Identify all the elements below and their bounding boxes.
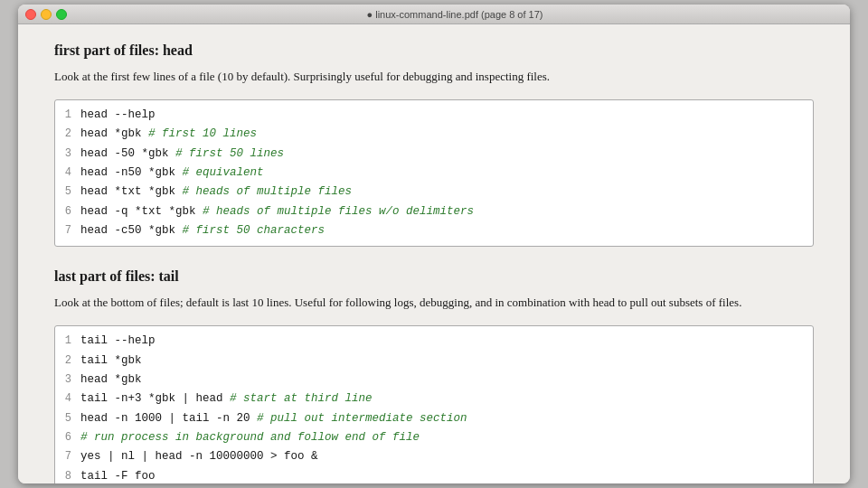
code-line: 5head *txt *gbk # heads of multiple file… [55,183,813,202]
code-content: yes | nl | head -n 10000000 > foo & [80,448,318,465]
code-line: 3head -50 *gbk # first 50 lines [55,145,813,164]
line-number: 4 [55,164,80,182]
code-line: 8tail -F foo [55,467,813,483]
code-text: head *gbk [80,127,142,140]
code-text: head -q *txt *gbk [80,205,203,218]
line-number: 4 [55,390,80,408]
line-number: 5 [55,183,80,201]
code-block-tail-section: 1tail --help2tail *gbk3head *gbk4tail -n… [54,325,814,483]
content-area: first part of files: headLook at the fir… [18,24,850,483]
code-line: 7head -c50 *gbk # first 50 characters [55,221,813,240]
line-number: 2 [55,352,80,370]
code-line: 4tail -n+3 *gbk | head # start at third … [55,389,813,408]
code-content: head -c50 *gbk # first 50 characters [80,222,325,239]
code-line: 1tail --help [55,332,813,351]
line-number: 3 [55,371,80,389]
code-content: tail --help [80,333,156,350]
line-number: 1 [55,107,80,124]
code-content: head *gbk # first 10 lines [80,126,257,143]
code-content: tail -F foo [80,468,156,483]
code-comment: # first 50 lines [175,147,284,160]
code-content: head -50 *gbk # first 50 lines [80,145,284,163]
minimize-button[interactable] [41,9,52,20]
code-line: 1head --help [55,106,813,125]
code-text: head *txt *gbk [80,185,183,198]
code-content: head --help [80,107,156,124]
code-line: 5head -n 1000 | tail -n 20 # pull out in… [55,409,813,428]
code-block-head-section: 1head --help2head *gbk # first 10 lines3… [54,99,814,248]
window: ● linux-command-line.pdf (page 8 of 17) … [18,5,850,483]
code-content: head -n 1000 | tail -n 20 # pull out int… [80,410,467,427]
section-desc-head-section: Look at the first few lines of a file (1… [54,68,814,87]
line-number: 6 [55,203,80,221]
code-content: head *gbk [80,371,142,389]
code-comment: # start at third line [230,392,373,405]
code-line: 6head -q *txt *gbk # heads of multiple f… [55,202,813,221]
line-number: 8 [55,468,80,483]
code-line: 2head *gbk # first 10 lines [55,125,813,144]
line-number: 7 [55,448,80,465]
code-text: head -n 1000 | tail -n 20 [80,412,257,425]
code-line: 7yes | nl | head -n 10000000 > foo & [55,447,813,466]
code-comment: # equivalent [183,166,264,179]
line-number: 7 [55,222,80,239]
line-number: 3 [55,145,80,163]
line-number: 2 [55,126,80,143]
window-title: ● linux-command-line.pdf (page 8 of 17) [67,9,843,20]
code-line: 4head -n50 *gbk # equivalent [55,164,813,183]
code-content: head -q *txt *gbk # heads of multiple fi… [80,203,474,221]
code-comment: # first 10 lines [142,127,258,140]
code-line: 2tail *gbk [55,352,813,371]
code-text: head -n50 *gbk [80,166,183,179]
code-content: head *txt *gbk # heads of multiple files [80,183,352,201]
maximize-button[interactable] [56,9,67,20]
code-content: tail -n+3 *gbk | head # start at third l… [80,390,373,408]
traffic-lights [25,9,67,20]
section-title-head-section: first part of files: head [54,42,814,59]
titlebar: ● linux-command-line.pdf (page 8 of 17) [18,5,850,24]
code-text: head -c50 *gbk [80,224,183,237]
code-line: 6# run process in background and follow … [55,428,813,447]
code-text: tail -n+3 *gbk | head [80,392,230,405]
line-number: 5 [55,410,80,427]
close-button[interactable] [25,9,36,20]
section-title-tail-section: last part of files: tail [54,268,814,285]
code-comment: # heads of multiple files [183,185,353,198]
line-number: 6 [55,429,80,446]
code-line: 3head *gbk [55,371,813,389]
code-comment: # first 50 characters [183,224,326,237]
line-number: 1 [55,333,80,350]
code-comment: # pull out intermediate section [257,412,467,425]
code-content: tail *gbk [80,352,142,370]
code-comment: # heads of multiple files w/o delimiters [203,205,474,218]
code-text: head -50 *gbk [80,147,175,160]
code-content: # run process in background and follow e… [80,429,420,446]
section-desc-tail-section: Look at the bottom of files; default is … [54,294,814,313]
code-content: head -n50 *gbk # equivalent [80,164,264,182]
